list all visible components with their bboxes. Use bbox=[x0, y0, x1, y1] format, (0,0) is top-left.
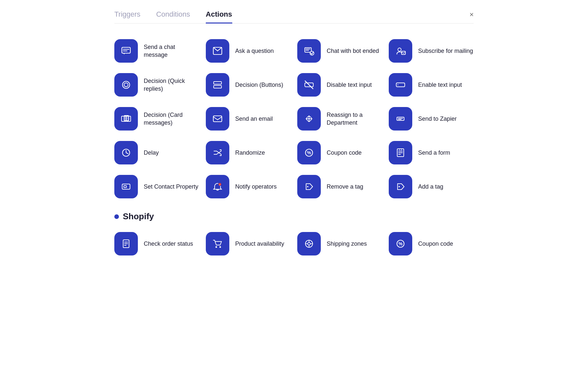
shopify-grid: Check order status Product availability bbox=[114, 232, 474, 255]
svg-text:%: % bbox=[307, 150, 311, 155]
action-decision-quick-replies[interactable]: Decision (Quick replies) bbox=[114, 73, 199, 97]
svg-rect-4 bbox=[305, 48, 311, 52]
action-enable-text-input[interactable]: Enable text input bbox=[389, 73, 474, 97]
action-label-delay: Delay bbox=[144, 149, 159, 157]
action-notify-operators[interactable]: ! Notify operators bbox=[206, 175, 291, 198]
action-label-disable-input: Disable text input bbox=[327, 81, 372, 89]
action-label-send-email: Send an email bbox=[235, 115, 273, 123]
action-icon-email bbox=[206, 107, 229, 131]
action-icon-delay bbox=[114, 141, 138, 164]
action-label-set-contact-property: Set Contact Property bbox=[144, 183, 198, 191]
action-send-chat-message[interactable]: Send a chat message bbox=[114, 39, 199, 63]
tab-conditions[interactable]: Conditions bbox=[156, 10, 190, 23]
action-delay[interactable]: Delay bbox=[114, 141, 199, 164]
shopify-dot bbox=[114, 214, 119, 219]
svg-line-15 bbox=[305, 81, 313, 89]
action-set-contact-property[interactable]: Set Contact Property bbox=[114, 175, 199, 198]
action-label-subscribe-mailing: Subscribe for mailing bbox=[418, 47, 473, 55]
action-label-zapier: Send to Zapier bbox=[418, 115, 457, 123]
action-icon-randomize bbox=[206, 141, 229, 164]
svg-point-38 bbox=[307, 186, 308, 187]
action-icon-form bbox=[389, 141, 412, 164]
action-label-buttons: Decision (Buttons) bbox=[235, 81, 283, 89]
shopify-section-header: Shopify bbox=[114, 211, 474, 222]
action-label-send-chat-message: Send a chat message bbox=[144, 43, 199, 59]
action-icon-add-tag bbox=[389, 175, 412, 198]
shopify-label-shipping-zones: Shipping zones bbox=[327, 240, 367, 248]
action-icon-zapier bbox=[389, 107, 412, 131]
action-subscribe-mailing[interactable]: Subscribe for mailing bbox=[389, 39, 474, 63]
action-randomize[interactable]: Randomize bbox=[206, 141, 291, 164]
actions-grid: Send a chat message Ask a question bbox=[114, 39, 474, 198]
svg-point-11 bbox=[124, 83, 128, 87]
svg-rect-22 bbox=[397, 117, 404, 120]
action-chat-bot-ended[interactable]: Chat with bot ended bbox=[297, 39, 382, 63]
svg-rect-13 bbox=[214, 85, 221, 88]
action-label-remove-tag: Remove a tag bbox=[327, 183, 363, 191]
action-icon-enable-input bbox=[389, 73, 412, 97]
shopify-section-title: Shopify bbox=[123, 211, 154, 222]
action-icon-remove-tag bbox=[297, 175, 321, 198]
action-remove-tag[interactable]: Remove a tag bbox=[297, 175, 382, 198]
action-label-coupon-code: Coupon code bbox=[327, 149, 362, 157]
action-label-ask-question: Ask a question bbox=[235, 47, 274, 55]
action-label-notify-operators: Notify operators bbox=[235, 183, 277, 191]
svg-point-47 bbox=[308, 242, 310, 245]
action-icon-quick-replies bbox=[114, 73, 138, 97]
svg-rect-35 bbox=[124, 186, 126, 188]
action-icon-ask bbox=[206, 39, 229, 63]
action-icon-reassign bbox=[297, 107, 321, 131]
action-add-tag[interactable]: Add a tag bbox=[389, 175, 474, 198]
svg-point-8 bbox=[398, 48, 401, 51]
shopify-action-product-availability[interactable]: Product availability bbox=[206, 232, 291, 255]
action-decision-buttons[interactable]: Decision (Buttons) bbox=[206, 73, 291, 97]
shopify-icon-coupon2: % bbox=[389, 232, 412, 255]
tabs-bar: Triggers Conditions Actions × bbox=[114, 10, 474, 23]
shopify-label-coupon-code: Coupon code bbox=[418, 240, 453, 248]
action-reassign-department[interactable]: Reassign to a Department bbox=[297, 107, 382, 131]
action-label-reassign-department: Reassign to a Department bbox=[327, 111, 382, 127]
action-icon-buttons bbox=[206, 73, 229, 97]
shopify-label-product-availability: Product availability bbox=[235, 240, 284, 248]
shopify-icon-order-status bbox=[114, 232, 138, 255]
shopify-label-check-order-status: Check order status bbox=[144, 240, 193, 248]
action-label-card-messages: Decision (Card messages) bbox=[144, 111, 199, 127]
action-icon-subscribe bbox=[389, 39, 412, 63]
shopify-action-shipping-zones[interactable]: Shipping zones bbox=[297, 232, 382, 255]
action-icon-card-messages bbox=[114, 107, 138, 131]
shopify-action-check-order-status[interactable]: Check order status bbox=[114, 232, 199, 255]
action-label-chat-bot-ended: Chat with bot ended bbox=[327, 47, 379, 55]
action-icon-coupon: % bbox=[297, 141, 321, 164]
main-container: Triggers Conditions Actions × Send a cha… bbox=[114, 10, 474, 376]
svg-rect-34 bbox=[122, 184, 130, 189]
action-icon-contact-property bbox=[114, 175, 138, 198]
action-disable-text-input[interactable]: Disable text input bbox=[297, 73, 382, 97]
action-icon-chat bbox=[114, 39, 138, 63]
svg-point-10 bbox=[122, 81, 130, 88]
svg-point-45 bbox=[220, 246, 221, 248]
svg-point-44 bbox=[216, 246, 217, 248]
close-button[interactable]: × bbox=[469, 10, 474, 23]
action-decision-card-messages[interactable]: Decision (Card messages) bbox=[114, 107, 199, 131]
tab-actions[interactable]: Actions bbox=[206, 10, 232, 23]
action-send-zapier[interactable]: Send to Zapier bbox=[389, 107, 474, 131]
action-icon-bot-end bbox=[297, 39, 321, 63]
shopify-action-coupon-code[interactable]: % Coupon code bbox=[389, 232, 474, 255]
action-label-send-form: Send a form bbox=[418, 149, 450, 157]
action-send-form[interactable]: Send a form bbox=[389, 141, 474, 164]
shopify-icon-shipping bbox=[297, 232, 321, 255]
action-send-email[interactable]: Send an email bbox=[206, 107, 291, 131]
svg-rect-21 bbox=[213, 116, 222, 122]
action-label-quick-replies: Decision (Quick replies) bbox=[144, 77, 199, 93]
action-icon-notify: ! bbox=[206, 175, 229, 198]
action-ask-question[interactable]: Ask a question bbox=[206, 39, 291, 63]
svg-text:%: % bbox=[399, 241, 403, 246]
action-label-enable-input: Enable text input bbox=[418, 81, 462, 89]
action-label-randomize: Randomize bbox=[235, 149, 265, 157]
action-coupon-code[interactable]: % Coupon code bbox=[297, 141, 382, 164]
svg-rect-12 bbox=[214, 82, 221, 84]
tab-triggers[interactable]: Triggers bbox=[114, 10, 140, 23]
action-icon-disable-input bbox=[297, 73, 321, 97]
svg-point-39 bbox=[399, 186, 400, 187]
shopify-icon-product bbox=[206, 232, 229, 255]
